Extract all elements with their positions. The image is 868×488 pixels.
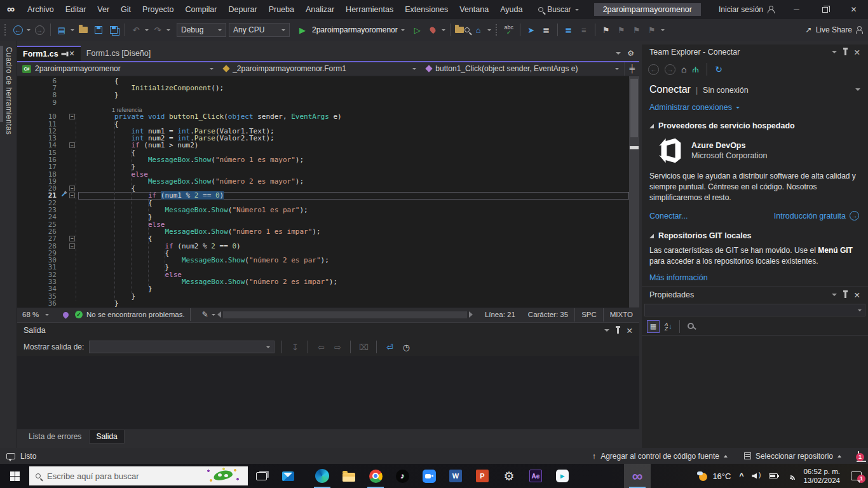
close-icon[interactable]: ✕ bbox=[627, 326, 633, 336]
taskbar-icon-powerpoint[interactable] bbox=[469, 464, 496, 488]
chevron-down-icon[interactable] bbox=[145, 29, 149, 31]
fold-marker-icon[interactable]: − bbox=[68, 192, 78, 199]
taskbar-icon-mail[interactable] bbox=[275, 464, 301, 488]
taskbar-icon-visualstudio[interactable] bbox=[624, 464, 651, 488]
forward-button[interactable]: → bbox=[665, 64, 675, 75]
clock[interactable]: 06:52 p. m. 13/02/2024 bbox=[803, 467, 840, 485]
select-repository-button[interactable]: Seleccionar repositorio bbox=[744, 452, 841, 461]
menu-item-4[interactable]: Git bbox=[115, 0, 137, 19]
start-debugging-button[interactable]: ▶ 2paroimparmayoromenor bbox=[292, 23, 409, 37]
clear-bookmarks-button[interactable]: ⚑ bbox=[646, 23, 658, 37]
line-number[interactable]: 24 bbox=[17, 214, 60, 220]
uncomment-button[interactable]: ≡ bbox=[578, 23, 590, 37]
weather-widget[interactable]: 16°C bbox=[697, 471, 731, 481]
chevron-down-icon[interactable] bbox=[487, 29, 491, 31]
tab-output[interactable]: Salida bbox=[89, 430, 124, 444]
intro-link[interactable]: Introducción gratuita bbox=[774, 212, 846, 220]
start-button[interactable] bbox=[0, 464, 29, 488]
gear-icon[interactable]: ⚙ bbox=[627, 49, 634, 58]
section-local-git[interactable]: Repositorios GIT locales bbox=[642, 226, 868, 243]
taskbar-icon-settings[interactable] bbox=[496, 464, 522, 488]
alphabetical-sort-button[interactable]: AZ↓ bbox=[665, 322, 672, 331]
menu-item-7[interactable]: Depurar bbox=[222, 0, 262, 19]
notifications-button[interactable]: 1 bbox=[858, 452, 859, 461]
menu-item-8[interactable]: Prueba bbox=[263, 0, 300, 19]
menu-item-1[interactable]: Archivo bbox=[22, 0, 60, 19]
fold-marker-icon[interactable]: − bbox=[68, 113, 78, 120]
categorized-button[interactable]: ▦ bbox=[647, 320, 660, 333]
minimize-button[interactable]: ─ bbox=[782, 0, 811, 19]
fold-marker-icon[interactable]: − bbox=[68, 185, 78, 192]
show-hidden-icons-chevron[interactable]: ^ bbox=[739, 471, 743, 480]
code-cleanup-button[interactable]: ✎ bbox=[202, 310, 215, 319]
solution-platform-dropdown[interactable]: Any CPU bbox=[229, 23, 290, 37]
menu-item-9[interactable]: Analizar bbox=[300, 0, 340, 19]
menu-item-12[interactable]: Ventana bbox=[454, 0, 494, 19]
line-number[interactable]: 9 bbox=[17, 99, 60, 106]
next-bookmark-button[interactable]: ⚑ bbox=[630, 23, 643, 37]
taskbar-search-box[interactable]: Escribe aquí para buscar bbox=[29, 466, 248, 485]
navigate-forward-button[interactable]: → bbox=[33, 23, 46, 37]
window-position-chevron-icon[interactable] bbox=[832, 51, 837, 53]
chevron-down-icon[interactable] bbox=[855, 88, 860, 91]
taskbar-icon-edge[interactable] bbox=[309, 464, 336, 488]
taskbar-icon-word[interactable] bbox=[442, 464, 469, 488]
save-all-button[interactable] bbox=[107, 23, 120, 37]
chevron-down-icon[interactable] bbox=[166, 29, 170, 31]
section-hosted-providers[interactable]: Proveedores de servicio hospedado bbox=[642, 116, 868, 133]
taskbar-icon-explorer[interactable] bbox=[336, 464, 362, 488]
feedback-person-icon[interactable] bbox=[856, 27, 862, 33]
chevron-down-icon[interactable] bbox=[27, 29, 31, 31]
arrow-right-icon[interactable]: → bbox=[850, 211, 859, 220]
toolbar-grip[interactable] bbox=[496, 24, 498, 36]
line-number[interactable]: 10 bbox=[17, 113, 60, 120]
vertical-scrollbar[interactable] bbox=[629, 76, 639, 308]
battery-icon[interactable] bbox=[769, 473, 778, 478]
line-number[interactable]: 36 bbox=[17, 300, 60, 307]
line-number[interactable]: 8 bbox=[17, 92, 60, 98]
volume-icon[interactable] bbox=[752, 473, 761, 480]
hot-reload-button[interactable] bbox=[426, 23, 439, 37]
taskbar-icon-tiktok[interactable] bbox=[389, 464, 416, 488]
solution-configuration-dropdown[interactable]: Debug bbox=[177, 23, 226, 37]
extension-icon[interactable] bbox=[62, 311, 70, 319]
code-editor[interactable]: 6 {7 InitializeComponent();8 }91 referen… bbox=[17, 76, 639, 308]
solution-explorer-button[interactable]: ⌂ bbox=[472, 23, 485, 37]
menu-item-11[interactable]: Extensiones bbox=[399, 0, 454, 19]
menu-item-10[interactable]: Herramientas bbox=[340, 0, 399, 19]
find-in-files-button[interactable] bbox=[455, 23, 470, 37]
undo-button[interactable]: ↶ bbox=[130, 23, 142, 37]
toolbox-scrollbar[interactable] bbox=[0, 46, 3, 122]
zoom-dropdown[interactable]: 68 % bbox=[17, 311, 63, 318]
line-number[interactable]: 34 bbox=[17, 285, 60, 292]
open-file-button[interactable] bbox=[77, 23, 90, 37]
window-position-chevron-icon[interactable] bbox=[604, 329, 609, 332]
back-button[interactable]: ← bbox=[648, 64, 659, 75]
pin-icon[interactable] bbox=[844, 50, 846, 55]
output-content[interactable] bbox=[17, 356, 639, 430]
save-button[interactable] bbox=[92, 23, 105, 37]
window-position-chevron-icon[interactable] bbox=[832, 294, 837, 296]
new-project-button[interactable]: ▤ bbox=[55, 23, 68, 37]
festive-doodle-icon[interactable] bbox=[205, 468, 241, 484]
titlebar-search-value[interactable]: 2paroimparmayoromenor bbox=[594, 3, 701, 16]
menu-item-2[interactable]: Editar bbox=[60, 0, 92, 19]
manage-connections-link[interactable]: Administrar conexiones bbox=[642, 99, 868, 116]
next-message-button[interactable]: ⇨ bbox=[332, 342, 343, 352]
output-source-dropdown[interactable] bbox=[89, 341, 275, 353]
tab-form1-cs[interactable]: Form1.cs ✕ bbox=[17, 46, 81, 61]
scrollbar-thumb[interactable] bbox=[630, 79, 638, 137]
close-button[interactable]: ✕ bbox=[839, 0, 868, 19]
navigate-back-button[interactable]: ← bbox=[11, 23, 24, 37]
more-info-link[interactable]: Más información bbox=[649, 273, 708, 282]
close-icon[interactable]: ✕ bbox=[854, 290, 860, 300]
taskbar-icon-zoom[interactable] bbox=[416, 464, 442, 488]
connect-link[interactable]: Conectar... bbox=[649, 212, 688, 220]
action-center-button[interactable]: 1 bbox=[851, 471, 862, 480]
live-share-button[interactable]: ↗ Live Share bbox=[806, 25, 862, 34]
property-pages-icon[interactable] bbox=[687, 322, 697, 332]
close-icon[interactable]: ✕ bbox=[854, 48, 860, 57]
horizontal-scrollbar[interactable] bbox=[223, 311, 467, 318]
line-number[interactable]: 14 bbox=[17, 142, 60, 149]
split-editor-icon[interactable]: ╪ bbox=[624, 62, 639, 76]
